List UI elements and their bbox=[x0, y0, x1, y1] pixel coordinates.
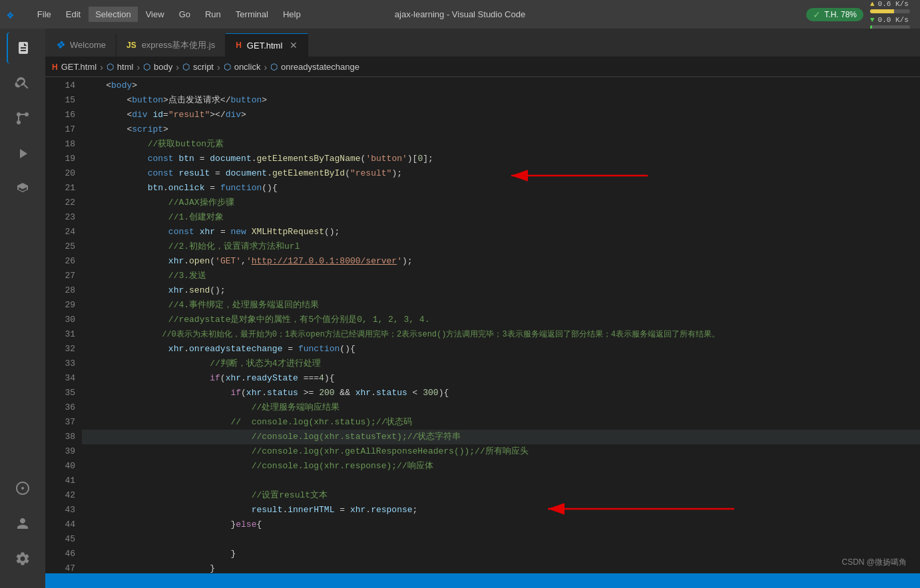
code-line-18: //获取button元素 bbox=[82, 137, 920, 152]
ln-28: 28 bbox=[45, 283, 75, 298]
menu-terminal[interactable]: Terminal bbox=[229, 7, 275, 22]
code-line-27: //3.发送 bbox=[82, 269, 920, 283]
code-line-14: <body> bbox=[82, 78, 920, 93]
ln-14: 14 bbox=[45, 78, 75, 93]
tab-express[interactable]: JS express基本使用.js bbox=[116, 33, 226, 57]
tab-get[interactable]: H GET.html ✕ bbox=[226, 33, 308, 57]
breadcrumb-sep-1: › bbox=[136, 62, 140, 73]
breadcrumb-item-3[interactable]: script bbox=[193, 62, 214, 72]
tab-bar: ❖ Welcome JS express基本使用.js H GET.html ✕ bbox=[45, 29, 920, 57]
ln-25: 25 bbox=[45, 239, 75, 254]
code-line-31: //0表示为未初始化，最开始为0；1表示open方法已经调用完毕；2表示send… bbox=[82, 327, 920, 342]
ln-16: 16 bbox=[45, 108, 75, 122]
ln-26: 26 bbox=[45, 254, 75, 269]
menu-run[interactable]: Run bbox=[198, 7, 228, 22]
sidebar-icon-remote[interactable] bbox=[7, 472, 39, 504]
code-line-36: //处理服务端响应结果 bbox=[82, 400, 920, 415]
breadcrumb-html-icon: H bbox=[52, 63, 58, 72]
tab-welcome-label: Welcome bbox=[70, 40, 106, 50]
breadcrumb-sep-4: › bbox=[264, 62, 267, 73]
sidebar-icon-run[interactable] bbox=[7, 138, 39, 170]
menu-edit[interactable]: Edit bbox=[59, 7, 87, 22]
code-line-40: //console.log(xhr.response);//响应体 bbox=[82, 459, 920, 474]
ln-27: 27 bbox=[45, 269, 75, 283]
code-line-38: //console.log(xhr.statusText);//状态字符串 bbox=[82, 430, 920, 444]
ln-19: 19 bbox=[45, 152, 75, 166]
check-icon: ✓ bbox=[813, 9, 821, 20]
ln-17: 17 bbox=[45, 122, 75, 137]
code-line-46: } bbox=[82, 547, 920, 561]
menu-file[interactable]: File bbox=[31, 7, 58, 22]
ln-41: 41 bbox=[45, 474, 75, 488]
breadcrumb-item-4[interactable]: onclick bbox=[234, 62, 261, 72]
breadcrumb-sep-3: › bbox=[217, 62, 220, 73]
menu-selection[interactable]: Selection bbox=[89, 7, 137, 22]
sidebar-icon-extensions[interactable] bbox=[7, 173, 39, 205]
ln-40: 40 bbox=[45, 459, 75, 474]
code-line-41 bbox=[82, 474, 920, 488]
titlebar-right: ✓ T.H. 78% ▲ 0.6 K/s ▼ 0.0 K/s bbox=[806, 0, 910, 29]
ln-36: 36 bbox=[45, 400, 75, 415]
breadcrumb-item-5[interactable]: onreadystatechange bbox=[281, 62, 359, 72]
tab-express-label: express基本使用.js bbox=[142, 39, 216, 51]
svg-point-0 bbox=[17, 120, 21, 124]
status-bar: CSDN @微扬噶角 bbox=[45, 573, 920, 588]
code-line-42: //设置result文本 bbox=[82, 488, 920, 503]
vscode-tab-icon: ❖ bbox=[55, 39, 65, 51]
breadcrumb-box-icon-1: ⬡ bbox=[107, 62, 114, 72]
code-line-15: <button>点击发送请求</button> bbox=[82, 93, 920, 108]
ln-42: 42 bbox=[45, 488, 75, 503]
main-area: ❖ Welcome JS express基本使用.js H GET.html ✕… bbox=[45, 29, 920, 588]
code-line-33: //判断，状态为4才进行处理 bbox=[82, 357, 920, 371]
code-line-44: }else{ bbox=[82, 517, 920, 532]
ln-37: 37 bbox=[45, 415, 75, 430]
ln-21: 21 bbox=[45, 181, 75, 196]
sidebar-bottom bbox=[7, 472, 39, 575]
code-line-37: // console.log(xhr.status);//状态码 bbox=[82, 415, 920, 430]
tab-get-label: GET.html bbox=[247, 41, 282, 51]
ln-35: 35 bbox=[45, 386, 75, 400]
code-line-29: //4.事件绑定，处理服务端返回的结果 bbox=[82, 298, 920, 313]
code-line-43: result.innerHTML = xhr.response; bbox=[82, 503, 920, 517]
tab-close-button[interactable]: ✕ bbox=[290, 40, 298, 51]
ln-24: 24 bbox=[45, 225, 75, 239]
code-line-17: <script> bbox=[82, 122, 920, 137]
code-editor[interactable]: 14 15 16 17 18 19 20 21 22 23 24 25 26 2… bbox=[45, 77, 920, 573]
breadcrumb-sep-0: › bbox=[100, 62, 103, 73]
menu-view[interactable]: View bbox=[139, 7, 171, 22]
sidebar-icon-source-control[interactable] bbox=[7, 102, 39, 134]
ln-47: 47 bbox=[45, 561, 75, 573]
code-line-25: //2.初始化，设置请求方法和url bbox=[82, 239, 920, 254]
ln-44: 44 bbox=[45, 517, 75, 532]
code-line-35: if(xhr.status >= 200 && xhr.status < 300… bbox=[82, 386, 920, 400]
code-line-28: xhr.send(); bbox=[82, 283, 920, 298]
ln-30: 30 bbox=[45, 313, 75, 327]
code-line-30: //readystate是对象中的属性，有5个值分别是0, 1, 2, 3, 4… bbox=[82, 313, 920, 327]
speed-down: 0.0 K/s bbox=[878, 16, 909, 24]
sidebar-icon-settings[interactable] bbox=[7, 543, 39, 575]
window-title: ajax-learning - Visual Studio Code bbox=[395, 9, 525, 19]
menu-help[interactable]: Help bbox=[276, 7, 308, 22]
menu-go[interactable]: Go bbox=[172, 7, 197, 22]
vscode-logo: ❖ bbox=[7, 7, 14, 22]
ln-33: 33 bbox=[45, 357, 75, 371]
speed-bars: ▲ 0.6 K/s ▼ 0.0 K/s bbox=[870, 0, 910, 29]
code-line-24: const xhr = new XMLHttpRequest(); bbox=[82, 225, 920, 239]
ln-22: 22 bbox=[45, 196, 75, 210]
ln-20: 20 bbox=[45, 166, 75, 181]
ln-45: 45 bbox=[45, 532, 75, 547]
menu-bar: File Edit Selection View Go Run Terminal… bbox=[31, 7, 308, 22]
sidebar-icon-account[interactable] bbox=[7, 508, 39, 539]
breadcrumb-item-1[interactable]: html bbox=[117, 62, 134, 72]
tab-welcome[interactable]: ❖ Welcome bbox=[45, 33, 116, 57]
sidebar-icon-files[interactable] bbox=[7, 32, 39, 64]
code-line-19: const btn = document.getElementsByTagNam… bbox=[82, 152, 920, 166]
breadcrumb-item-2[interactable]: body bbox=[154, 62, 172, 72]
sidebar-icon-search[interactable] bbox=[7, 67, 39, 99]
code-line-47: } bbox=[82, 561, 920, 573]
ln-38: 38 bbox=[45, 430, 75, 444]
breadcrumb-item-0[interactable]: GET.html bbox=[61, 62, 97, 72]
ln-43: 43 bbox=[45, 503, 75, 517]
breadcrumb-box-icon-5: ⬡ bbox=[270, 62, 278, 72]
status-pill: ✓ T.H. 78% bbox=[806, 8, 863, 21]
